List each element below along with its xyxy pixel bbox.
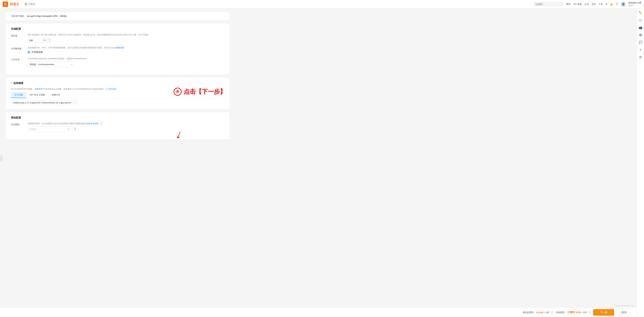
search-bar: 🔍 <box>533 2 564 7</box>
header: ☰ 阿里云 🏠 工作台 🔍 费用 ICP 备案 企业 支持 工单 ✉ 🔔 ❓ 👤… <box>0 0 644 9</box>
vpc-desc: 高级配置选填，仅当您需要与自己的专有网络打通时才需要选择或 创建专有网络 ? <box>28 122 224 125</box>
create-dataset-link[interactable]: 创建数据集 <box>114 47 124 49</box>
sidebar-edit-icon[interactable]: ✏️ <box>638 10 644 16</box>
work-dir-content: 工作目录是Jupyterlab, webide的启动路径，挂载至/mnt/wor… <box>28 57 224 67</box>
system-disk-label: 系统盘 <box>11 33 28 37</box>
search-icon: 🔍 <box>535 3 538 6</box>
image-mgmt-link[interactable]: 镜像管理 <box>35 88 43 90</box>
storage-section-title: 存储配置 <box>11 27 224 31</box>
shared-dataset-radio-label: 共享数据集 <box>31 51 43 54</box>
logo[interactable]: 阿里云 <box>10 2 19 6</box>
system-disk-input[interactable] <box>28 38 41 43</box>
menu-button[interactable]: ☰ <box>3 2 8 7</box>
image-info-icon: ? <box>105 88 108 90</box>
tab-official-image[interactable]: 官方镜像 <box>11 92 26 98</box>
system-disk-input-wrap: GiB ▲ ▼ <box>28 38 51 43</box>
logo-text: 阿里云 <box>10 2 19 6</box>
sidebar-chat-icon[interactable]: 💬 <box>638 39 644 45</box>
work-dir-desc: 工作目录是Jupyterlab, webide的启动路径，挂载至/mnt/wor… <box>28 57 224 60</box>
sidebar-grid-icon[interactable]: ⊞ <box>638 54 644 60</box>
right-sidebar: ✏️ 🛒 📺 ⚙️ 💬 ✦ ⊞ <box>636 9 644 146</box>
tab-image-url[interactable]: 镜像URL <box>48 92 64 98</box>
vpc-content: 高级配置选填，仅当您需要与自己的专有网络打通时才需要选择或 创建专有网络 ? 请… <box>28 122 224 132</box>
vpc-info-icon: ? <box>100 123 102 125</box>
sidebar-settings-icon[interactable]: ⚙️ <box>638 32 644 38</box>
work-dir-row: 工作目录 工作目录是Jupyterlab, webide的启动路径，挂载至/mn… <box>11 57 224 67</box>
vpc-select[interactable]: 请选择 ▼ <box>28 127 71 132</box>
radio-circle-inner <box>28 52 29 53</box>
search-input[interactable] <box>538 3 562 5</box>
network-section: 网络配置 专有网络 高级配置选填，仅当您需要与自己的专有网络打通时才需要选择或 … <box>5 112 230 140</box>
image-desc: 您可以选择PAI官方镜像、 镜像管理 中保存的自定义镜像，或直接填入公共可访问的… <box>11 88 224 91</box>
avatar[interactable]: 👤 <box>621 2 626 7</box>
number-up-button[interactable]: ▲ <box>48 38 51 40</box>
bell-icon[interactable]: 🔔 <box>610 3 613 5</box>
current-spec-label: 当前选中规格： <box>11 15 26 17</box>
radio-circle <box>28 51 30 53</box>
work-dir-select-text: 系统盘 – /mnt/systemdisk <box>30 63 54 66</box>
userid: 主账号 <box>628 4 641 7</box>
shared-dataset-row: 共享数据集 支持挂载OSS、NAS、CPFS类型的数据集，您可以选择已经创建好的… <box>11 46 224 54</box>
vpc-label: 专有网络 <box>11 122 28 126</box>
nav-enterprise[interactable]: 企业 <box>584 3 589 6</box>
start-instance-link[interactable]: 启动实例 <box>108 88 116 90</box>
sidebar-screen-icon[interactable]: 📺 <box>638 25 644 31</box>
required-star: * <box>11 82 12 85</box>
vpc-select-placeholder: 请选择 <box>30 128 36 131</box>
shared-dataset-content: 支持挂载OSS、NAS、CPFS类型的数据集，您可以选择已经创建好的数据进行挂载… <box>28 46 224 54</box>
shared-dataset-desc: 支持挂载OSS、NAS、CPFS类型的数据集，您可以选择已经创建好的数据进行挂载… <box>28 46 224 49</box>
image-tab-bar: 官方镜像 用户自定义镜像 镜像URL <box>11 92 224 98</box>
tab-custom-image[interactable]: 用户自定义镜像 <box>26 92 48 98</box>
main-wrapper: 当前选中规格： ecs.gn7i-c8g1.2xlarge(8 vCPU，30G… <box>0 9 636 146</box>
vpc-row: 专有网络 高级配置选填，仅当您需要与自己的专有网络打通时才需要选择或 创建专有网… <box>11 122 224 132</box>
network-select-row: 请选择 ▼ ↺ <box>28 127 224 132</box>
menu-icon: ☰ <box>4 2 7 6</box>
nav-workbench-label: 🏠 工作台 <box>24 3 35 6</box>
system-disk-content: 每个实例提供 100 GiB 免费云盘。停机后15 天内不会被回收。系统盘可扩容… <box>28 33 224 43</box>
sidebar-cart-icon[interactable]: 🛒 <box>638 17 644 23</box>
image-section: * 选择镜像 您可以选择PAI官方镜像、 镜像管理 中保存的自定义镜像，或直接填… <box>5 77 230 109</box>
number-arrows: ▲ ▼ <box>48 38 51 43</box>
shared-dataset-label: 共享数据集 <box>11 46 28 50</box>
vpc-select-arrow: ▼ <box>68 128 70 130</box>
shared-dataset-radio[interactable]: 共享数据集 <box>28 51 224 54</box>
image-dropdown-arrow: ▼ <box>74 102 76 104</box>
help-icon[interactable]: ❓ <box>616 3 618 5</box>
header-right: 费用 ICP 备案 企业 支持 工单 ✉ 🔔 ❓ 👤 进击的白小梦 主账号 <box>566 1 641 7</box>
nav-workorder[interactable]: 工单 <box>598 3 603 6</box>
current-spec-bar: 当前选中规格： ecs.gn7i-c8g1.2xlarge(8 vCPU，30G… <box>5 12 230 21</box>
work-dir-select[interactable]: 系统盘 – /mnt/systemdisk ▼ <box>28 62 75 67</box>
user-info[interactable]: 进击的白小梦 主账号 <box>628 1 641 7</box>
current-spec-value: ecs.gn7i-c8g1.2xlarge(8 vCPU，30GB) <box>27 15 66 17</box>
refresh-icon: ↺ <box>74 128 76 130</box>
network-section-title: 网络配置 <box>11 116 224 119</box>
nav-support[interactable]: 支持 <box>592 3 596 6</box>
username: 进击的白小梦 <box>628 1 641 4</box>
number-down-button[interactable]: ▼ <box>48 40 51 43</box>
nav-icp[interactable]: ICP 备案 <box>573 3 582 6</box>
system-disk-desc: 每个实例提供 100 GiB 免费云盘。停机后15 天内不会被回收。系统盘可扩容… <box>28 33 224 37</box>
create-vpc-link[interactable]: 创建专有网络 <box>86 122 98 125</box>
image-section-title: * 选择镜像 <box>11 82 224 85</box>
content-area: 当前选中规格： ecs.gn7i-c8g1.2xlarge(8 vCPU，30G… <box>0 9 235 146</box>
storage-section: 存储配置 系统盘 每个实例提供 100 GiB 免费云盘。停机后15 天内不会被… <box>5 23 230 75</box>
work-dir-select-arrow: ▼ <box>71 64 73 65</box>
system-disk-unit: GiB <box>41 39 48 42</box>
image-dropdown-text: modelscope:1.17.0-pytorch2.3.0tensorflow… <box>13 101 74 104</box>
work-dir-label: 工作目录 <box>11 57 28 61</box>
mail-icon[interactable]: ✉ <box>606 3 608 5</box>
image-dropdown[interactable]: modelscope:1.17.0-pytorch2.3.0tensorflow… <box>11 100 78 105</box>
nav-fee[interactable]: 费用 <box>566 3 570 6</box>
system-disk-row: 系统盘 每个实例提供 100 GiB 免费云盘。停机后15 天内不会被回收。系统… <box>11 33 224 43</box>
sidebar-star-icon[interactable]: ✦ <box>638 47 644 53</box>
nav-workbench[interactable]: 🏠 工作台 <box>23 3 36 6</box>
vpc-refresh-button[interactable]: ↺ <box>72 127 77 132</box>
